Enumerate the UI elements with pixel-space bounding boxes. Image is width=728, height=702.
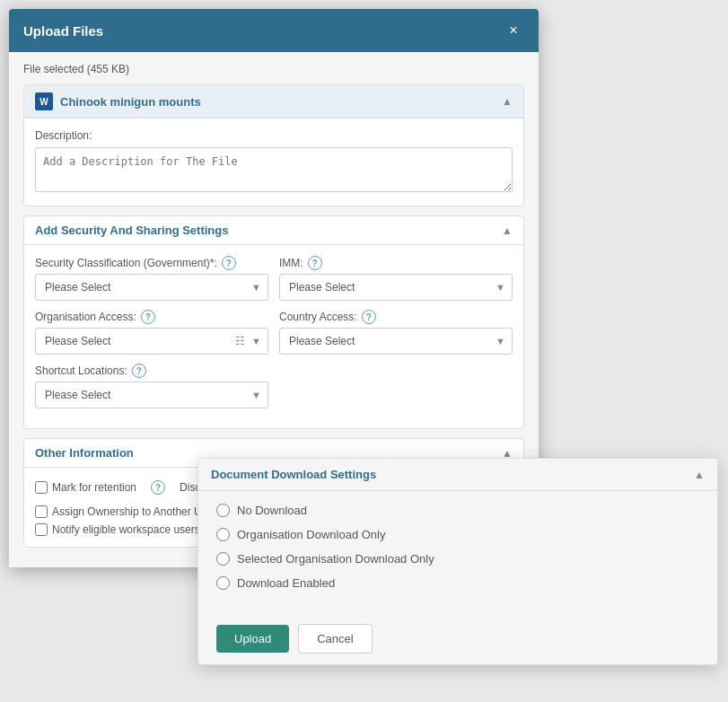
radio-download-enabled-input[interactable] (216, 576, 230, 590)
country-access-label: Country Access: ? (279, 310, 513, 324)
form-row-2: Organisation Access: ? Please Select ☷ ▼ (35, 310, 513, 355)
org-access-help-icon[interactable]: ? (141, 310, 155, 324)
radio-selected-org-download[interactable]: Selected Organisation Download Only (216, 552, 699, 566)
download-settings-header[interactable]: Document Download Settings ▲ (198, 459, 717, 491)
security-classification-help-icon[interactable]: ? (222, 256, 236, 270)
chevron-up-icon: ▲ (502, 95, 513, 108)
assign-ownership-checkbox[interactable] (35, 505, 48, 518)
security-classification-col: Security Classification (Government)*: ?… (35, 256, 268, 301)
imm-label: IMM: ? (279, 256, 513, 270)
shortcut-empty-col (279, 364, 513, 408)
mark-retention-checkbox[interactable] (35, 481, 48, 494)
security-classification-label: Security Classification (Government)*: ? (35, 256, 268, 270)
shortcut-locations-select[interactable]: Please Select (35, 382, 268, 408)
security-section: Add Security And Sharing Settings ▲ Secu… (23, 215, 524, 429)
modal-footer: Upload Cancel (198, 613, 717, 664)
radio-no-download[interactable]: No Download (216, 504, 699, 517)
org-access-select[interactable]: Please Select (35, 328, 268, 355)
modal-header: Upload Files × (9, 9, 539, 52)
shortcut-help-icon[interactable]: ? (132, 364, 146, 378)
file-card-header[interactable]: W Chinook minigun mounts ▲ (24, 85, 523, 118)
shortcut-locations-label: Shortcut Locations: ? (35, 364, 268, 378)
country-access-wrapper: Please Select ▼ (279, 328, 513, 355)
security-title: Add Security And Sharing Settings (35, 224, 228, 237)
form-row-1: Security Classification (Government)*: ?… (35, 256, 513, 301)
filename: Chinook minigun mounts (60, 95, 201, 109)
download-settings-panel: Document Download Settings ▲ No Download… (197, 458, 718, 665)
imm-select[interactable]: Please Select (279, 274, 513, 301)
file-info: File selected (455 KB) (23, 63, 524, 75)
security-classification-select[interactable]: Please Select (35, 274, 268, 301)
radio-no-download-input[interactable] (216, 504, 230, 517)
radio-org-download-input[interactable] (216, 528, 230, 541)
country-access-help-icon[interactable]: ? (362, 310, 376, 324)
security-content: Security Classification (Government)*: ?… (24, 245, 523, 428)
org-access-col: Organisation Access: ? Please Select ☷ ▼ (35, 310, 268, 355)
description-textarea[interactable] (35, 147, 513, 192)
mark-retention-help-icon[interactable]: ? (151, 480, 165, 495)
modal-title: Upload Files (23, 23, 103, 39)
file-card-content: Description: (24, 118, 523, 206)
country-access-select[interactable]: Please Select (279, 328, 513, 355)
file-card: W Chinook minigun mounts ▲ Description: (23, 84, 524, 206)
form-row-3: Shortcut Locations: ? Please Select ▼ (35, 364, 513, 408)
imm-col: IMM: ? Please Select ▼ (279, 256, 513, 301)
shortcut-locations-wrapper: Please Select ▼ (35, 382, 268, 408)
download-settings-title: Document Download Settings (211, 468, 376, 481)
security-header[interactable]: Add Security And Sharing Settings ▲ (24, 216, 523, 245)
description-label: Description: (35, 129, 513, 142)
org-access-label: Organisation Access: ? (35, 310, 268, 324)
close-button[interactable]: × (503, 20, 524, 41)
download-settings-content: No Download Organisation Download Only S… (198, 491, 717, 613)
org-access-wrapper: Please Select ☷ ▼ (35, 328, 268, 355)
security-classification-wrapper: Please Select ▼ (35, 274, 268, 301)
country-access-col: Country Access: ? Please Select ▼ (279, 310, 513, 355)
cancel-button[interactable]: Cancel (298, 624, 372, 654)
radio-org-download[interactable]: Organisation Download Only (216, 528, 699, 541)
notify-users-checkbox[interactable] (35, 523, 48, 536)
download-settings-chevron-icon: ▲ (694, 469, 705, 481)
imm-help-icon[interactable]: ? (308, 256, 322, 270)
radio-download-enabled[interactable]: Download Enabled (216, 576, 699, 590)
shortcut-locations-col: Shortcut Locations: ? Please Select ▼ (35, 364, 268, 408)
word-icon: W (35, 92, 53, 110)
other-info-title: Other Information (35, 446, 134, 460)
file-header-left: W Chinook minigun mounts (35, 92, 201, 110)
security-chevron-icon: ▲ (502, 224, 513, 237)
radio-selected-org-download-input[interactable] (216, 552, 230, 566)
upload-button[interactable]: Upload (216, 625, 289, 653)
imm-wrapper: Please Select ▼ (279, 274, 513, 301)
mark-retention-label[interactable]: Mark for retention (35, 481, 136, 494)
